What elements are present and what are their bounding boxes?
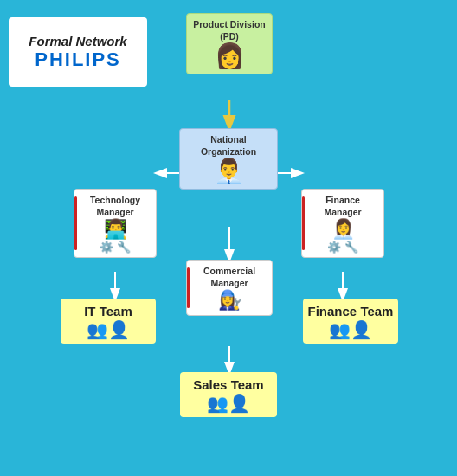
finance-team-label: Finance Team xyxy=(306,304,395,319)
it-team-label: IT Team xyxy=(64,304,152,319)
logo-formal-text: Formal Network xyxy=(29,34,126,48)
product-avatar: 👩 xyxy=(192,44,267,68)
finance-mgr-avatar: 👩‍💼 xyxy=(307,220,378,239)
national-org-node: National Organization 👨‍💼 xyxy=(179,128,278,190)
product-division-label: Product Division (PD) xyxy=(192,19,267,42)
finance-settings-icons: ⚙️ 🔧 xyxy=(307,241,378,254)
it-team-box: IT Team 👥👤 xyxy=(61,299,156,344)
commercial-avatar: 👩‍🔧 xyxy=(192,291,267,310)
national-avatar: 👨‍💼 xyxy=(185,159,272,183)
finance-manager-node: Finance Manager 👩‍💼 ⚙️ 🔧 xyxy=(301,189,384,258)
sales-team-label: Sales Team xyxy=(183,377,274,393)
tech-manager-node: Technology Manager 👨‍💻 ⚙️ 🔧 xyxy=(74,189,157,258)
tech-manager-label: Technology Manager xyxy=(80,195,151,218)
sales-team-box: Sales Team 👥👤 xyxy=(180,372,277,417)
finance-manager-label: Finance Manager xyxy=(307,195,378,218)
tech-avatar: 👨‍💻 xyxy=(80,220,151,239)
logo-box: Formal Network PHILIPS xyxy=(9,17,147,87)
finance-team-avatars: 👥👤 xyxy=(306,319,395,340)
product-division-node: Product Division (PD) 👩 xyxy=(186,13,273,74)
commercial-manager-node: Commercial Manager 👩‍🔧 xyxy=(186,260,273,316)
commercial-manager-label: Commercial Manager xyxy=(192,266,267,289)
national-org-label: National Organization xyxy=(185,134,272,158)
tech-settings-icons: ⚙️ 🔧 xyxy=(80,241,151,254)
it-team-avatars: 👥👤 xyxy=(64,319,152,340)
logo-philips-text: PHILIPS xyxy=(35,48,121,71)
sales-team-avatars: 👥👤 xyxy=(183,393,274,414)
finance-team-box: Finance Team 👥👤 xyxy=(303,299,398,344)
